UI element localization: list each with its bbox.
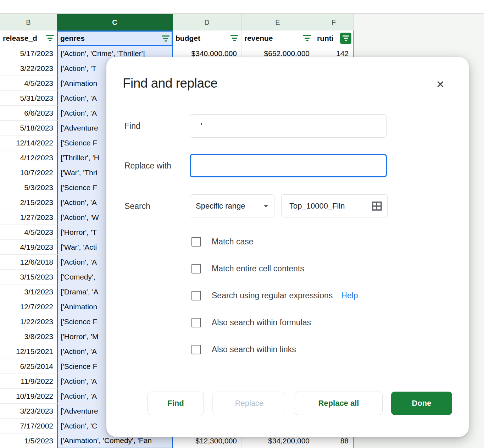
- find-replace-dialog: Find and replace ✕ Find ' Replace with S…: [106, 57, 469, 437]
- column-header-B[interactable]: B: [0, 14, 57, 31]
- regex-checkbox[interactable]: [191, 291, 201, 300]
- range-input[interactable]: Top_10000_Filn: [281, 194, 388, 217]
- column-header-D[interactable]: D: [173, 14, 241, 31]
- filter-icon[interactable]: [230, 35, 238, 41]
- cell-release-date[interactable]: 12/7/2022: [0, 299, 57, 314]
- help-link[interactable]: Help: [341, 291, 358, 300]
- cell-release-date[interactable]: 12/15/2021: [0, 344, 57, 359]
- cell-release-date[interactable]: 4/5/2023: [0, 76, 57, 91]
- cell-release-date[interactable]: 5/18/2023: [0, 121, 57, 135]
- search-scope-value: Specific range: [196, 201, 245, 211]
- cell-release-date[interactable]: 1/27/2023: [0, 210, 57, 225]
- match-case-checkbox[interactable]: [191, 237, 201, 247]
- search-links-option: Also search within links: [191, 343, 296, 355]
- search-formulas-checkbox[interactable]: [191, 318, 201, 327]
- cell-release-date[interactable]: 2/15/2023: [0, 195, 57, 210]
- cell-release-date[interactable]: 3/23/2023: [0, 404, 57, 419]
- filter-icon[interactable]: [46, 35, 54, 41]
- cell-release-date[interactable]: 4/19/2023: [0, 240, 57, 255]
- find-input[interactable]: ': [190, 114, 387, 138]
- replace-all-button[interactable]: Replace all: [295, 392, 383, 415]
- cell-release-date[interactable]: 3/1/2023: [0, 284, 57, 299]
- cell-release-date[interactable]: 6/25/2014: [0, 359, 57, 374]
- match-entire-cell-label: Match entire cell contents: [212, 264, 304, 273]
- regex-option: Search using regular expressions Help: [191, 289, 358, 302]
- search-label: Search: [124, 201, 150, 211]
- regex-label: Search using regular expressions: [212, 291, 333, 300]
- search-scope-dropdown[interactable]: Specific range: [190, 194, 274, 217]
- cell-release-date[interactable]: 3/15/2023: [0, 270, 57, 284]
- filter-icon[interactable]: [162, 35, 169, 42]
- column-header-E[interactable]: E: [241, 14, 314, 31]
- column-header-F[interactable]: F: [314, 14, 354, 31]
- chevron-down-icon: [263, 205, 268, 208]
- replace-button[interactable]: Replace: [212, 392, 286, 415]
- budget-header-label: budget: [176, 34, 200, 43]
- find-label: Find: [124, 121, 140, 131]
- cell-release-date[interactable]: 10/19/2022: [0, 389, 57, 404]
- active-filter-icon[interactable]: [340, 33, 351, 44]
- search-formulas-label: Also search within formulas: [212, 318, 311, 327]
- genres-header-label: genres: [60, 34, 85, 43]
- match-entire-cell-option: Match entire cell contents: [191, 262, 304, 275]
- release-date-header-label: release_d: [3, 34, 37, 43]
- close-icon[interactable]: ✕: [433, 77, 447, 92]
- header-cell-revenue[interactable]: revenue: [241, 31, 314, 46]
- table-header-row: release_d genres budget revenue runti: [0, 31, 354, 46]
- match-entire-cell-checkbox[interactable]: [191, 264, 201, 273]
- cell-release-date[interactable]: 5/3/2023: [0, 180, 57, 195]
- column-header-C-selected[interactable]: C: [57, 14, 173, 31]
- cell-release-date[interactable]: 7/17/2002: [0, 419, 57, 433]
- search-links-checkbox[interactable]: [191, 345, 201, 354]
- dialog-title: Find and replace: [123, 76, 218, 91]
- replace-with-label: Replace with: [124, 161, 171, 171]
- cell-release-date[interactable]: 4/12/2023: [0, 150, 57, 165]
- match-case-option: Match case: [191, 236, 254, 248]
- cell-release-date[interactable]: 12/14/2022: [0, 135, 57, 150]
- cell-release-date[interactable]: 1/5/2023: [0, 433, 57, 448]
- search-formulas-option: Also search within formulas: [191, 316, 311, 328]
- done-button[interactable]: Done: [391, 392, 452, 415]
- filter-icon[interactable]: [303, 35, 311, 41]
- cell-release-date[interactable]: 5/17/2023: [0, 46, 57, 61]
- header-cell-release-date[interactable]: release_d: [0, 31, 57, 46]
- select-range-icon[interactable]: [372, 201, 382, 211]
- runtime-header-label: runti: [317, 34, 334, 43]
- search-links-label: Also search within links: [212, 345, 296, 354]
- header-cell-runtime[interactable]: runti: [314, 31, 354, 46]
- revenue-header-label: revenue: [244, 34, 273, 43]
- header-cell-genres[interactable]: genres: [57, 31, 173, 46]
- screen: B C D E F release_d genres budget revenu…: [0, 0, 484, 448]
- cell-release-date[interactable]: 6/6/2023: [0, 106, 57, 121]
- cell-release-date[interactable]: 3/8/2023: [0, 329, 57, 344]
- sheet-top-strip: [0, 0, 484, 14]
- cell-release-date[interactable]: 12/6/2018: [0, 255, 57, 270]
- column-letter-row: B C D E F: [0, 14, 354, 31]
- cell-release-date[interactable]: 1/22/2023: [0, 314, 57, 329]
- match-case-label: Match case: [212, 237, 254, 247]
- cell-release-date[interactable]: 11/9/2022: [0, 374, 57, 389]
- replace-input[interactable]: [190, 154, 387, 177]
- cell-release-date[interactable]: 5/31/2023: [0, 91, 57, 106]
- range-value: Top_10000_Filn: [289, 201, 372, 211]
- cell-release-date[interactable]: 10/7/2022: [0, 165, 57, 180]
- cell-release-date[interactable]: 4/5/2023: [0, 225, 57, 240]
- header-cell-budget[interactable]: budget: [173, 31, 241, 46]
- find-button[interactable]: Find: [148, 392, 204, 415]
- cell-release-date[interactable]: 3/22/2023: [0, 61, 57, 76]
